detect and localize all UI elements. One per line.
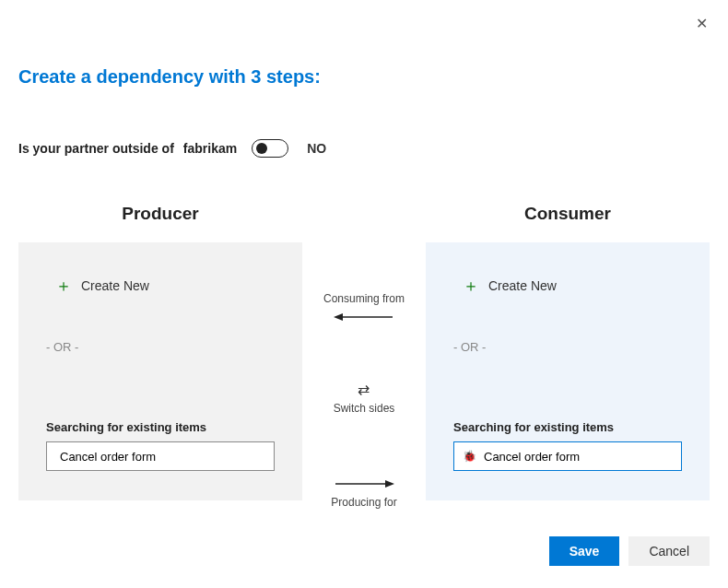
switch-sides-label: Switch sides — [334, 402, 395, 415]
partner-toggle-state: NO — [307, 141, 326, 156]
middle-column: Consuming from ⇄ Switch sides Producing … — [302, 204, 426, 509]
partner-question-row: Is your partner outside of fabrikam NO — [18, 139, 710, 158]
close-icon: ✕ — [696, 16, 708, 31]
consumer-or-label: - OR - — [453, 340, 682, 354]
page-title: Create a dependency with 3 steps: — [18, 66, 710, 88]
partner-question-label: Is your partner outside of — [18, 141, 174, 156]
producer-create-new-button[interactable]: ＋ Create New — [55, 277, 275, 294]
consumer-search-input[interactable] — [453, 441, 682, 471]
bug-icon: 🐞 — [463, 450, 476, 463]
consuming-from-group: Consuming from — [323, 292, 405, 323]
consuming-from-label: Consuming from — [323, 292, 405, 305]
consumer-search-label: Searching for existing items — [453, 420, 682, 434]
consumer-heading: Consumer — [426, 204, 710, 224]
svg-marker-3 — [385, 480, 394, 488]
producing-for-group: Producing for — [331, 477, 396, 509]
svg-marker-1 — [334, 313, 343, 321]
producer-search-input[interactable] — [46, 441, 275, 471]
producer-panel: Producer ＋ Create New - OR - Searching f… — [18, 204, 302, 500]
producer-create-new-label: Create New — [81, 278, 149, 293]
producing-for-label: Producing for — [331, 496, 396, 509]
toggle-knob — [256, 143, 267, 154]
consumer-panel: Consumer ＋ Create New - OR - Searching f… — [426, 204, 710, 500]
producer-search-label: Searching for existing items — [46, 420, 275, 434]
switch-sides-button[interactable]: ⇄ Switch sides — [334, 381, 395, 420]
cancel-button[interactable]: Cancel — [628, 536, 710, 566]
close-button[interactable]: ✕ — [696, 17, 708, 31]
partner-outside-toggle[interactable] — [252, 139, 288, 158]
producer-heading: Producer — [18, 204, 302, 224]
consumer-create-new-label: Create New — [488, 278, 557, 293]
plus-icon: ＋ — [463, 277, 479, 294]
save-button[interactable]: Save — [549, 536, 620, 566]
producer-or-label: - OR - — [46, 340, 275, 354]
plus-icon: ＋ — [55, 277, 72, 294]
partner-org-name: fabrikam — [183, 141, 237, 156]
arrow-left-icon — [332, 311, 396, 323]
footer-actions: Save Cancel — [549, 536, 710, 566]
consumer-create-new-button[interactable]: ＋ Create New — [463, 277, 682, 294]
swap-icon: ⇄ — [358, 381, 370, 398]
arrow-right-icon — [332, 477, 396, 490]
